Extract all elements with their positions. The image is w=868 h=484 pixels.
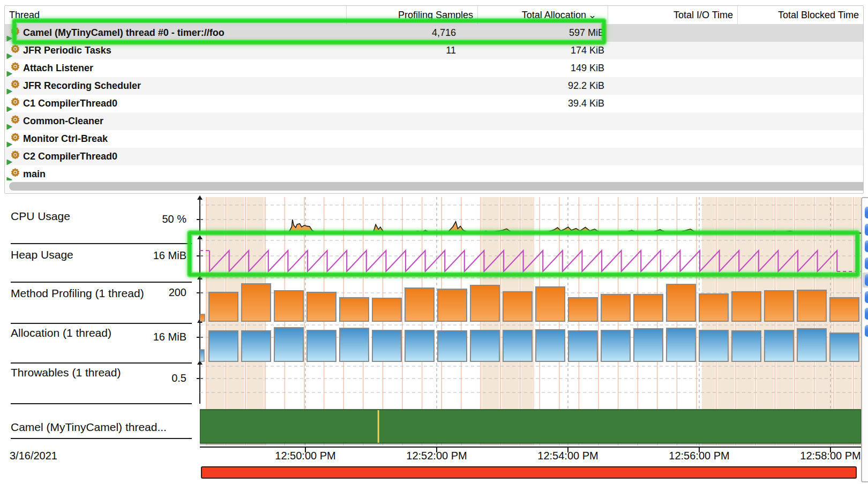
lane-tick-method-profiling: 200	[122, 286, 186, 299]
lane-tick-allocation: 16 MiB	[122, 331, 186, 343]
total-blocked-time-cell	[737, 112, 863, 130]
lane-toggle-button[interactable]	[865, 240, 868, 252]
thread-name-cell: ⚙▶C2 CompilerThread0	[5, 148, 346, 165]
thread-name-cell: ⚙▶Attach Listener	[5, 59, 346, 77]
lane-toggle-button[interactable]	[865, 207, 868, 218]
table-horizontal-scrollbar[interactable]	[5, 180, 863, 193]
lane-tick-throwables: 0.5	[122, 372, 186, 384]
profiling-samples-cell	[346, 95, 473, 112]
lane-toggle-button[interactable]	[865, 258, 868, 269]
profiling-samples-cell	[346, 130, 473, 148]
total-allocation-cell: 174 KiB	[477, 42, 609, 59]
jmc-threads-view: Thread Profiling Samples Total Allocatio…	[0, 0, 868, 484]
chart-toolbar-panel	[861, 197, 868, 482]
thread-gear-icon: ⚙▶	[8, 26, 21, 38]
thread-name-cell: ⚙▶JFR Periodic Tasks	[5, 42, 346, 59]
thread-gear-icon: ⚙▶	[8, 150, 21, 162]
total-blocked-time-cell	[737, 24, 863, 42]
profiling-samples-cell	[346, 77, 473, 95]
profiling-samples-cell	[346, 59, 473, 77]
total-allocation-cell	[477, 148, 609, 165]
time-axis-label: 12:58:00 PM	[788, 450, 868, 462]
total-blocked-time-cell	[737, 59, 863, 77]
column-header-thread[interactable]: Thread	[5, 6, 346, 24]
lane-separator	[11, 403, 192, 404]
thread-gear-icon: ⚙▶	[8, 115, 21, 126]
total-allocation-cell: 149 KiB	[477, 59, 609, 77]
total-allocation-cell: 92.2 KiB	[477, 77, 609, 95]
total-allocation-cell: 597 MiB	[477, 24, 609, 42]
thread-name: C2 CompilerThread0	[23, 151, 117, 162]
thread-name-cell: ⚙▶JFR Recording Scheduler	[5, 77, 346, 95]
thread-gear-icon: ⚙▶	[8, 168, 21, 179]
thread-table: Thread Profiling Samples Total Allocatio…	[4, 5, 864, 194]
thread-name: JFR Recording Scheduler	[23, 80, 141, 91]
sort-descending-icon: ⌄	[586, 10, 596, 20]
lane-label-throwables: Throwables (1 thread)	[11, 366, 121, 379]
total-io-time-cell	[608, 77, 737, 95]
lane-separator	[11, 323, 192, 324]
total-io-time-cell	[608, 148, 737, 165]
total-io-time-cell	[608, 59, 737, 77]
profiling-samples-cell: 4,716	[346, 24, 473, 42]
timeline-chart-canvas[interactable]	[200, 197, 861, 445]
lane-toggle-button[interactable]	[865, 291, 868, 303]
thread-row[interactable]: ⚙▶Common-Cleaner	[5, 112, 863, 130]
thread-row[interactable]: ⚙▶Camel (MyTinyCamel) thread #0 - timer:…	[5, 24, 863, 42]
thread-row[interactable]: ⚙▶JFR Periodic Tasks11174 KiB	[5, 42, 863, 59]
column-header-total-blocked-time[interactable]: Total Blocked Time	[737, 6, 863, 24]
thread-row[interactable]: ⚙▶C2 CompilerThread0	[5, 148, 863, 165]
time-axis-label: 12:56:00 PM	[656, 450, 742, 462]
lane-separator	[11, 282, 192, 283]
date-label: 3/16/2021	[10, 450, 57, 462]
thread-name: JFR Periodic Tasks	[23, 45, 111, 56]
lane-separator	[11, 243, 192, 244]
lane-toggle-button[interactable]	[865, 224, 868, 236]
total-io-time-cell	[608, 112, 737, 130]
column-header-total-allocation[interactable]: Total Allocation⌄	[477, 6, 598, 24]
total-allocation-cell	[477, 112, 609, 130]
lane-toggle-button[interactable]	[865, 308, 868, 320]
lane-separator	[11, 362, 192, 364]
total-blocked-time-cell	[737, 148, 863, 165]
thread-name: Attach Listener	[23, 63, 93, 73]
total-blocked-time-cell	[737, 42, 863, 59]
lane-label-cpu-usage: CPU Usage	[11, 210, 70, 223]
total-blocked-time-cell	[737, 130, 863, 148]
total-io-time-cell	[608, 42, 737, 59]
table-horizontal-scrollbar-thumb[interactable]	[9, 182, 864, 191]
thread-row[interactable]: ⚙▶Monitor Ctrl-Break	[5, 130, 863, 148]
lane-tick-cpu-usage: 50 %	[122, 213, 186, 225]
thread-name-cell: ⚙▶Camel (MyTinyCamel) thread #0 - timer:…	[5, 24, 346, 42]
lane-toggle-button[interactable]	[865, 325, 868, 337]
thread-gear-icon: ⚙▶	[8, 132, 21, 144]
thread-name-cell: ⚙▶C1 CompilerThread0	[5, 95, 346, 112]
total-allocation-cell	[477, 130, 609, 148]
range-navigator-bar[interactable]	[201, 466, 857, 479]
lane-label-heap-usage: Heap Usage	[11, 248, 73, 261]
thread-gear-icon: ⚙▶	[8, 79, 21, 91]
lane-label-camel-thread: Camel (MyTinyCamel) thread...	[11, 421, 167, 434]
column-header-total-allocation-label: Total Allocation	[522, 10, 586, 20]
total-allocation-cell: 39.4 KiB	[477, 95, 609, 112]
time-axis-label: 12:54:00 PM	[525, 450, 611, 462]
lane-separator	[11, 438, 192, 439]
lane-toggle-button[interactable]	[865, 274, 868, 286]
total-io-time-cell	[608, 24, 737, 42]
thread-name-cell: ⚙▶Common-Cleaner	[5, 112, 346, 130]
thread-row[interactable]: ⚙▶Attach Listener149 KiB	[5, 59, 863, 77]
column-header-total-io-time[interactable]: Total I/O Time	[608, 6, 737, 24]
column-header-profiling-samples[interactable]: Profiling Samples	[346, 6, 477, 24]
thread-name: main	[23, 169, 46, 179]
thread-row[interactable]: ⚙▶JFR Recording Scheduler92.2 KiB	[5, 77, 863, 95]
thread-gear-icon: ⚙▶	[8, 97, 21, 109]
total-io-time-cell	[608, 95, 737, 112]
lane-tick-heap-usage: 16 MiB	[122, 249, 186, 262]
thread-name: Monitor Ctrl-Break	[23, 133, 108, 144]
time-axis-line	[200, 447, 861, 448]
lane-label-allocation: Allocation (1 thread)	[11, 327, 111, 339]
total-blocked-time-cell	[737, 95, 863, 112]
time-axis-line	[200, 444, 861, 445]
time-axis-label: 12:52:00 PM	[394, 450, 480, 462]
thread-row[interactable]: ⚙▶C1 CompilerThread039.4 KiB	[5, 95, 863, 112]
